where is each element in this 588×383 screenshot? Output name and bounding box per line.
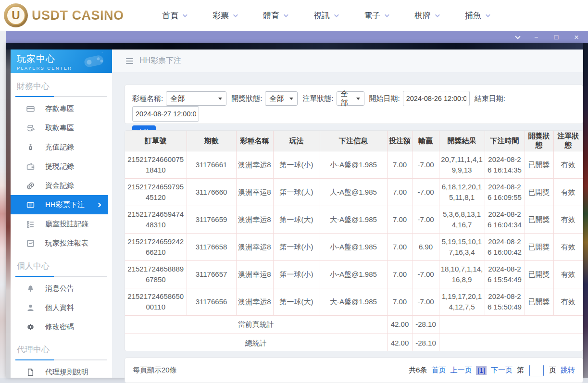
sidebar-header: 玩家中心 PLAYERS CENTER (11, 49, 112, 73)
main-nav: 首頁 彩票 體育 視訊 電子 棋牌 捕魚 (149, 10, 502, 21)
table-row: 215217246592426621031176658澳洲幸运8第一球(小)小-… (125, 234, 583, 261)
window-minimize-icon[interactable]: − (532, 34, 540, 40)
first-page-link[interactable]: 首页 (431, 366, 446, 375)
nav-item-boardgames[interactable]: 棋牌 (401, 10, 452, 21)
order-status-label: 注單狀態: (302, 94, 333, 103)
bets-table-panel: 訂單號 期數 彩種名稱 玩法 下注信息 投注額 輸贏 開獎結果 下注時間 開獎狀… (125, 130, 583, 351)
sidebar-item-profile[interactable]: 個人資料 (11, 298, 112, 317)
next-page-link[interactable]: 下一页 (491, 366, 513, 375)
table-cell: 有效 (553, 179, 583, 206)
table-cell: 大-A盤@1.985 (320, 206, 387, 234)
sidebar-item-agent-rules[interactable]: 代理規則說明 (11, 362, 112, 382)
table-cell: 澳洲幸运8 (236, 288, 273, 316)
table-cell: 已開獎 (525, 234, 553, 261)
table-cell: 小-A盤@1.985 (320, 234, 387, 261)
hamburger-menu-icon[interactable] (126, 58, 133, 64)
table-cell: 2024-08-26 16:14:35 (485, 151, 525, 179)
sidebar-item-withdraw[interactable]: 取款專區 (11, 118, 112, 137)
sidebar-item-label: 存款專區 (45, 104, 74, 113)
sidebar-item-announcements[interactable]: 消息公告 (11, 279, 112, 298)
table-cell: 6,18,12,20,15,11,8,1 (439, 179, 485, 206)
table-cell: -7.00 (413, 261, 439, 288)
table-cell: 已開獎 (525, 179, 553, 206)
sidebar-item-hh-lottery-bets[interactable]: HH彩票下注 (11, 195, 108, 214)
nav-item-home[interactable]: 首頁 (149, 10, 200, 21)
section-title-agent: 代理中心 (17, 344, 112, 355)
nav-item-video[interactable]: 視訊 (300, 10, 351, 21)
chevron-right-icon (97, 202, 101, 207)
column-header: 投注額 (387, 131, 413, 151)
person-icon (26, 304, 35, 312)
lottery-name-select[interactable]: 全部 (166, 91, 226, 106)
nav-item-slots[interactable]: 電子 (351, 10, 401, 21)
table-row: 215217246588896785031176657澳洲幸运8第一球(小)小-… (125, 261, 583, 288)
pagination-panel: 每頁顯示20條 共6条 首页 上一页 [1] 下一页 第 页 跳转 (125, 358, 583, 383)
document-icon (26, 368, 35, 376)
room-list-icon (26, 220, 35, 228)
sidebar-item-label: 提現記錄 (45, 162, 74, 171)
sidebar-item-label: 修改密碼 (45, 322, 74, 332)
table-cell: 2024-08-26 16:04:34 (485, 206, 525, 234)
background-right-strip (583, 31, 588, 383)
start-date-input[interactable] (403, 91, 470, 106)
table-cell: 20,7,11,1,4,19,9,13 (439, 151, 485, 179)
page-jump-input[interactable] (529, 365, 544, 376)
start-date-label: 開始日期: (369, 94, 400, 103)
nav-item-fishing[interactable]: 捕魚 (452, 10, 502, 21)
sidebar-item-label: 充值記錄 (45, 143, 74, 152)
draw-status-select[interactable]: 全部 (265, 91, 298, 106)
table-cell: 7.00 (387, 179, 413, 206)
jump-button[interactable]: 跳转 (561, 366, 575, 375)
table-cell: 31176657 (187, 261, 236, 288)
table-cell: 5,3,6,8,13,14,16,7 (439, 206, 485, 234)
end-date-input[interactable] (132, 106, 199, 122)
nav-item-sports[interactable]: 體育 (250, 10, 300, 21)
sidebar-item-label: 消息公告 (45, 284, 74, 293)
table-cell: 7.00 (387, 288, 413, 316)
chevron-down-icon (183, 12, 188, 17)
table-cell: 31176660 (187, 179, 236, 206)
sidebar-item-deposit[interactable]: 存款專區 (11, 99, 112, 118)
window-close-icon[interactable]: × (573, 33, 580, 41)
table-cell: 2024-08-26 16:09:55 (485, 179, 525, 206)
table-cell: 有效 (553, 151, 583, 179)
nav-item-lottery[interactable]: 彩票 (200, 10, 250, 21)
table-cell: 有效 (553, 288, 583, 316)
table-cell: 2152172465979545120 (125, 179, 187, 206)
table-cell: 2024-08-26 15:50:49 (485, 288, 525, 316)
gamepad-icon (82, 52, 107, 69)
chevron-down-icon (284, 12, 288, 17)
section-divider (15, 276, 107, 277)
coins-icon (26, 182, 35, 190)
table-cell: 5,19,15,10,17,16,3,4 (439, 234, 485, 261)
table-cell: 已開獎 (525, 151, 553, 179)
table-cell: 小-A盤@1.985 (320, 261, 387, 288)
summary-win-loss: -28.10 (413, 316, 439, 334)
table-cell: 1,19,17,20,14,12,7,5 (439, 288, 485, 316)
sidebar-item-player-bet-report[interactable]: 玩家投注報表 (11, 234, 112, 253)
table-cell: 7.00 (387, 206, 413, 234)
prev-page-link[interactable]: 上一页 (450, 366, 472, 375)
section-divider (15, 359, 107, 360)
sidebar-item-withdrawal-records[interactable]: 提現記錄 (11, 157, 112, 176)
sidebar-item-recharge-records[interactable]: 充值記錄 (11, 137, 112, 157)
table-cell: 有效 (553, 261, 583, 288)
table-cell: 2152172466007518410 (125, 151, 187, 179)
grand-summary-row: 總統計 42.00 -28.10 (125, 334, 583, 352)
order-status-select[interactable]: 全部 (337, 91, 364, 106)
sidebar: 玩家中心 PLAYERS CENTER 財務中心 存款專區 (11, 49, 112, 378)
window-maximize-icon[interactable]: □ (552, 34, 560, 40)
sidebar-item-label: 個人資料 (45, 303, 74, 312)
summary-bet-total: 42.00 (387, 316, 413, 334)
table-cell: 31176659 (187, 206, 236, 234)
bets-table: 訂單號 期數 彩種名稱 玩法 下注信息 投注額 輸贏 開獎結果 下注時間 開獎狀… (125, 131, 583, 351)
sidebar-item-change-password[interactable]: 修改密碼 (11, 317, 112, 336)
summary-label: 總統計 (125, 334, 387, 352)
sidebar-item-fund-records[interactable]: 資金記錄 (11, 176, 112, 195)
table-cell: 第一球(大) (273, 288, 320, 316)
summary-win-loss: -28.10 (413, 334, 439, 352)
chevron-down-icon (385, 12, 389, 17)
window-collapse-icon[interactable] (515, 34, 520, 39)
site-logo[interactable]: U USDT CASINO (4, 3, 124, 27)
sidebar-item-room-bet-records[interactable]: 廳室投註記錄 (11, 214, 112, 234)
